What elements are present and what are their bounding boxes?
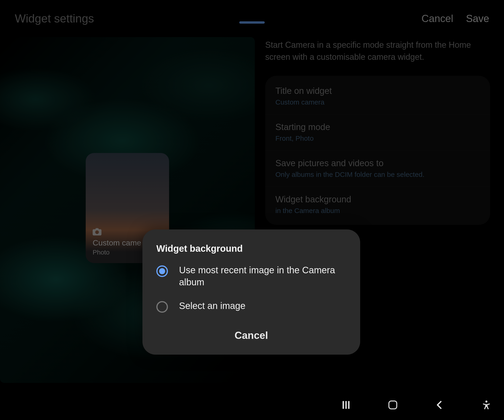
setting-value: Only albums in the DCIM folder can be se… xyxy=(275,170,480,178)
setting-widget-background[interactable]: Widget background in the Camera album xyxy=(265,187,490,223)
setting-starting-mode[interactable]: Starting mode Front, Photo xyxy=(265,114,490,150)
radio-option-recent[interactable]: Use most recent image in the Camera albu… xyxy=(156,264,346,288)
dialog-title: Widget background xyxy=(156,243,346,254)
settings-card: Title on widget Custom camera Starting m… xyxy=(265,76,490,225)
home-icon xyxy=(388,401,397,409)
header-actions: Cancel Save xyxy=(421,13,489,24)
accessibility-icon xyxy=(481,400,492,410)
accessibility-button[interactable] xyxy=(480,399,492,411)
radio-label: Use most recent image in the Camera albu… xyxy=(179,264,346,288)
save-button[interactable]: Save xyxy=(466,13,489,24)
radio-option-select[interactable]: Select an image xyxy=(156,300,346,313)
setting-value: in the Camera album xyxy=(275,207,480,215)
radio-icon xyxy=(156,265,168,277)
system-navbar xyxy=(0,390,504,420)
description: Start Camera in a specific mode straight… xyxy=(265,39,490,63)
recents-icon xyxy=(342,401,349,409)
widget-background-dialog: Widget background Use most recent image … xyxy=(143,230,360,355)
setting-title: Save pictures and videos to xyxy=(275,158,480,168)
drag-handle[interactable] xyxy=(239,21,265,24)
setting-title: Starting mode xyxy=(275,122,480,132)
setting-title-on-widget[interactable]: Title on widget Custom camera xyxy=(265,78,490,114)
back-button[interactable] xyxy=(434,399,446,411)
radio-group: Use most recent image in the Camera albu… xyxy=(156,264,346,313)
radio-label: Select an image xyxy=(179,300,246,312)
cancel-button[interactable]: Cancel xyxy=(421,13,453,24)
dialog-actions: Cancel xyxy=(156,325,346,345)
setting-title: Widget background xyxy=(275,195,480,204)
svg-point-0 xyxy=(486,401,487,403)
home-button[interactable] xyxy=(387,399,399,411)
setting-title: Title on widget xyxy=(275,86,480,96)
camera-icon xyxy=(93,228,102,236)
dialog-cancel-button[interactable]: Cancel xyxy=(225,325,277,345)
header: Widget settings Cancel Save xyxy=(0,0,504,37)
radio-icon xyxy=(156,301,168,313)
setting-save-location[interactable]: Save pictures and videos to Only albums … xyxy=(265,150,490,187)
page-title: Widget settings xyxy=(15,12,94,25)
setting-value: Front, Photo xyxy=(275,134,480,142)
back-icon xyxy=(434,400,445,410)
recents-button[interactable] xyxy=(340,399,352,411)
setting-value: Custom camera xyxy=(275,98,480,106)
